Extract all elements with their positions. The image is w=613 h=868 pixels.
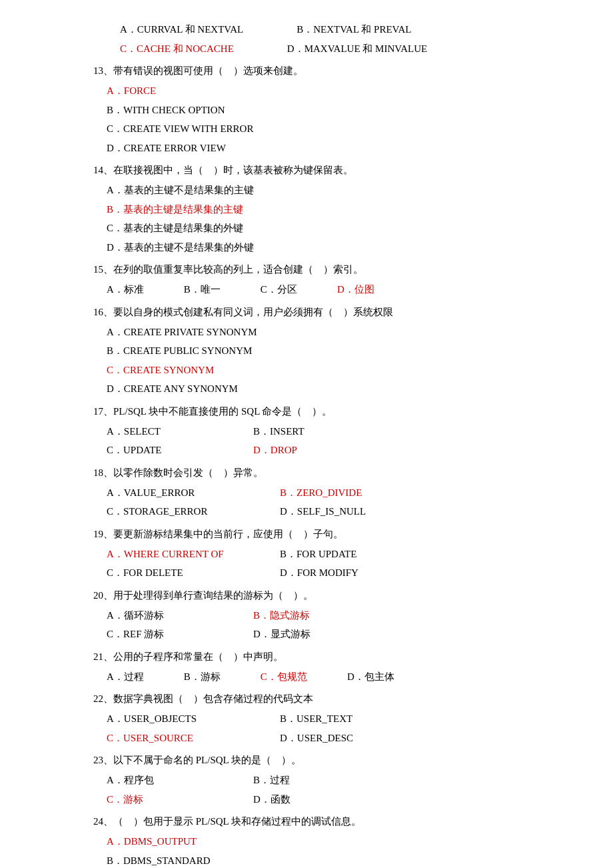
q18-text: 18、以零作除数时会引发（ ）异常。 — [93, 464, 573, 482]
q23-optA: A．程序包 — [107, 771, 213, 790]
q12-options-row2: C．CACHE 和 NOCACHE D．MAXVALUE 和 MINVALUE — [107, 39, 573, 59]
q18-row1: A．VALUE_ERROR B．ZERO_DIVIDE — [107, 483, 573, 503]
q15-text: 15、在列的取值重复率比较高的列上，适合创建（ ）索引。 — [93, 261, 573, 279]
q20-optC: C．REF 游标 — [107, 625, 213, 644]
q21-text: 21、公用的子程序和常量在（ ）中声明。 — [93, 648, 573, 666]
q16-optB: B．CREATE PUBLIC SYNONYM — [107, 341, 573, 361]
q19-optD: D．FOR MODIFY — [280, 563, 358, 583]
q20-text: 20、用于处理得到单行查询结果的游标为（ ）。 — [93, 587, 573, 605]
q13-optB: B．WITH CHECK OPTION — [107, 101, 573, 120]
q17-optD: D．DROP — [253, 441, 297, 460]
q15-optA: A．标准 — [107, 280, 144, 299]
q22-row1: A．USER_OBJECTS B．USER_TEXT — [107, 709, 573, 729]
q20-optD: D．显式游标 — [253, 625, 310, 644]
q18-optA: A．VALUE_ERROR — [107, 483, 240, 503]
q16-optA: A．CREATE PRIVATE SYNONYM — [107, 323, 573, 342]
q13-optC: C．CREATE VIEW WITH ERROR — [107, 119, 573, 139]
q21-block: 21、公用的子程序和常量在（ ）中声明。 A．过程 B．游标 C．包规范 D．包… — [93, 648, 573, 687]
q17-row2: C．UPDATE D．DROP — [107, 441, 573, 460]
q24-text: 24、（ ）包用于显示 PL/SQL 块和存储过程中的调试信息。 — [93, 813, 573, 831]
q12-optB: B．NEXTVAL 和 PREVAL — [297, 20, 411, 39]
q23-optD: D．函数 — [253, 790, 291, 809]
q19-optB: B．FOR UPDATE — [280, 545, 356, 564]
q18-optC: C．STORAGE_ERROR — [107, 502, 240, 521]
q18-block: 18、以零作除数时会引发（ ）异常。 A．VALUE_ERROR B．ZERO_… — [93, 464, 573, 521]
q24-block: 24、（ ）包用于显示 PL/SQL 块和存储过程中的调试信息。 A．DBMS_… — [93, 813, 573, 868]
q24-optB: B．DBMS_STANDARD — [107, 851, 573, 869]
q15-options-row: A．标准 B．唯一 C．分区 D．位图 — [107, 280, 573, 299]
q19-block: 19、要更新游标结果集中的当前行，应使用（ ）子句。 A．WHERE CURRE… — [93, 525, 573, 583]
q16-optC: C．CREATE SYNONYM — [107, 361, 573, 380]
q17-optA: A．SELECT — [107, 422, 213, 441]
q21-options-row: A．过程 B．游标 C．包规范 D．包主体 — [107, 667, 573, 687]
q23-optC: C．游标 — [107, 790, 213, 809]
q19-optA: A．WHERE CURRENT OF — [107, 545, 240, 564]
q20-row1: A．循环游标 B．隐式游标 — [107, 606, 573, 625]
q15-optC: C．分区 — [261, 280, 297, 299]
q20-block: 20、用于处理得到单行查询结果的游标为（ ）。 A．循环游标 B．隐式游标 C．… — [93, 587, 573, 644]
q22-text: 22、数据字典视图（ ）包含存储过程的代码文本 — [93, 690, 573, 708]
q17-row1: A．SELECT B．INSERT — [107, 422, 573, 441]
q12-optA: A．CURRVAL 和 NEXTVAL — [120, 20, 243, 39]
q16-block: 16、要以自身的模式创建私有同义词，用户必须拥有（ ）系统权限 A．CREATE… — [93, 303, 573, 399]
q13-optD: D．CREATE ERROR VIEW — [107, 139, 573, 158]
q19-optC: C．FOR DELETE — [107, 563, 240, 583]
q20-optA: A．循环游标 — [107, 606, 213, 625]
q22-optA: A．USER_OBJECTS — [107, 709, 240, 729]
q22-block: 22、数据字典视图（ ）包含存储过程的代码文本 A．USER_OBJECTS B… — [93, 690, 573, 747]
q23-row2: C．游标 D．函数 — [107, 790, 573, 809]
q13-optA: A．FORCE — [107, 81, 573, 101]
q14-text: 14、在联接视图中，当（ ）时，该基表被称为键保留表。 — [93, 161, 573, 179]
q19-row2: C．FOR DELETE D．FOR MODIFY — [107, 563, 573, 583]
q14-optB: B．基表的主键是结果集的主键 — [107, 200, 573, 219]
q21-optD: D．包主体 — [347, 667, 394, 687]
q18-row2: C．STORAGE_ERROR D．SELF_IS_NULL — [107, 502, 573, 521]
q18-optB: B．ZERO_DIVIDE — [280, 483, 362, 503]
q22-optD: D．USER_DESC — [280, 729, 353, 748]
q24-optA: A．DBMS_OUTPUT — [107, 832, 573, 851]
q16-text: 16、要以自身的模式创建私有同义词，用户必须拥有（ ）系统权限 — [93, 303, 573, 321]
q23-text: 23、以下不属于命名的 PL/SQL 块的是（ ）。 — [93, 751, 573, 769]
q19-text: 19、要更新游标结果集中的当前行，应使用（ ）子句。 — [93, 525, 573, 543]
q21-optC: C．包规范 — [261, 667, 307, 687]
q15-optD: D．位图 — [337, 280, 374, 299]
q12-options-row1: A．CURRVAL 和 NEXTVAL B．NEXTVAL 和 PREVAL — [107, 20, 573, 39]
q23-row1: A．程序包 B．过程 — [107, 771, 573, 790]
q21-optA: A．过程 — [107, 667, 144, 687]
q14-optA: A．基表的主键不是结果集的主键 — [107, 181, 573, 200]
q18-optD: D．SELF_IS_NULL — [280, 502, 366, 521]
q22-row2: C．USER_SOURCE D．USER_DESC — [107, 729, 573, 748]
q15-optB: B．唯一 — [184, 280, 221, 299]
q14-optC: C．基表的主键是结果集的外键 — [107, 219, 573, 238]
q12-tail: A．CURRVAL 和 NEXTVAL B．NEXTVAL 和 PREVAL C… — [93, 20, 573, 58]
q22-optC: C．USER_SOURCE — [107, 729, 240, 748]
q16-optD: D．CREATE ANY SYNONYM — [107, 379, 573, 399]
q12-optC: C．CACHE 和 NOCACHE — [120, 39, 234, 59]
q20-optB: B．隐式游标 — [253, 606, 310, 625]
q14-block: 14、在联接视图中，当（ ）时，该基表被称为键保留表。 A．基表的主键不是结果集… — [93, 161, 573, 257]
q17-optB: B．INSERT — [253, 422, 305, 441]
q22-optB: B．USER_TEXT — [280, 709, 352, 729]
q14-optD: D．基表的主键不是结果集的外键 — [107, 238, 573, 257]
q13-block: 13、带有错误的视图可使用（ ）选项来创建。 A．FORCE B．WITH CH… — [93, 62, 573, 157]
q13-text: 13、带有错误的视图可使用（ ）选项来创建。 — [93, 62, 573, 80]
q21-optB: B．游标 — [184, 667, 221, 687]
q17-optC: C．UPDATE — [107, 441, 213, 460]
q17-block: 17、PL/SQL 块中不能直接使用的 SQL 命令是（ ）。 A．SELECT… — [93, 403, 573, 460]
q19-row1: A．WHERE CURRENT OF B．FOR UPDATE — [107, 545, 573, 564]
q17-text: 17、PL/SQL 块中不能直接使用的 SQL 命令是（ ）。 — [93, 403, 573, 421]
q12-optD: D．MAXVALUE 和 MINVALUE — [287, 39, 427, 59]
q23-optB: B．过程 — [253, 771, 290, 790]
q15-block: 15、在列的取值重复率比较高的列上，适合创建（ ）索引。 A．标准 B．唯一 C… — [93, 261, 573, 299]
q20-row2: C．REF 游标 D．显式游标 — [107, 625, 573, 644]
q23-block: 23、以下不属于命名的 PL/SQL 块的是（ ）。 A．程序包 B．过程 C．… — [93, 751, 573, 809]
